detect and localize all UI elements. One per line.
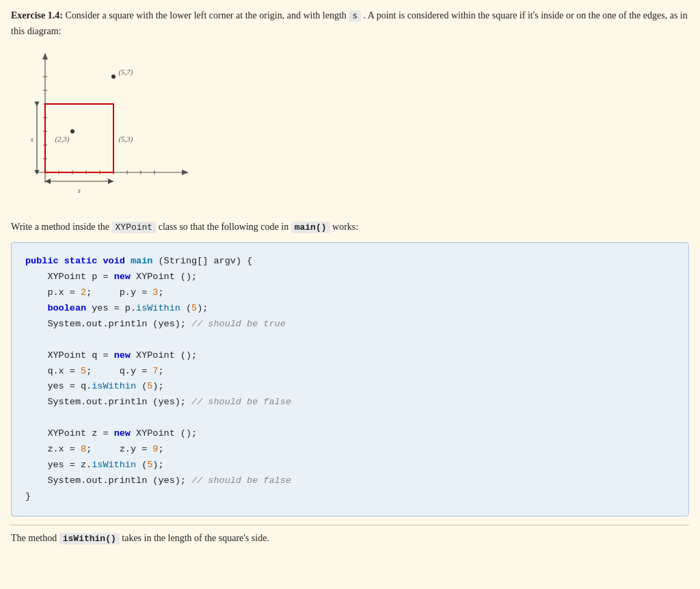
num-7: 7	[152, 366, 158, 376]
code-line-3: boolean yes = p.isWithin (5);	[25, 301, 675, 317]
code-line-8: yes = q.isWithin (5);	[25, 379, 675, 395]
page: Exercise 1.4: Consider a square with the…	[0, 0, 700, 589]
kw-public: public	[25, 256, 59, 266]
code-line-1: XYPoint p = new XYPoint ();	[25, 270, 675, 285]
svg-point-25	[111, 75, 116, 79]
kw-new-2: new	[114, 350, 131, 361]
exercise-desc1: Consider a square with the lower left co…	[65, 10, 346, 21]
write-text2: class so that the following code in	[159, 222, 289, 232]
bottom-text2: takes in the length of the square's side…	[122, 533, 269, 543]
num-8: 8	[81, 444, 86, 454]
kw-void: void	[103, 256, 124, 266]
code-line-15: }	[25, 489, 675, 505]
num-5-1: 5	[191, 303, 197, 313]
diagram-svg: s s (2,3) (5,3) (5,7)	[11, 46, 196, 210]
code-line-7: q.x = 5; q.y = 7;	[25, 364, 675, 380]
code-line-2: p.x = 2; p.y = 3;	[25, 285, 675, 301]
kw-main: main	[131, 256, 152, 266]
point-5-7-label: (5,7)	[118, 68, 133, 77]
xypoint-class-inline: XYPoint	[112, 222, 157, 233]
point-2-3-label: (2,3)	[55, 135, 69, 144]
num-5-3: 5	[147, 381, 152, 391]
code-line-14: System.out.println (yes); // should be f…	[25, 473, 675, 489]
code-line-5	[25, 332, 675, 348]
code-line-10	[25, 410, 675, 426]
code-line-6: XYPoint q = new XYPoint ();	[25, 348, 675, 364]
main-method-inline: main()	[291, 222, 330, 233]
kw-new-3: new	[114, 428, 131, 439]
comment-3: // should be false	[191, 475, 291, 486]
method-isWithin-1: isWithin	[136, 303, 180, 313]
kw-static: static	[64, 256, 98, 266]
num-5-2: 5	[81, 366, 86, 376]
s-variable: s	[349, 10, 361, 22]
bottom-text1: The method	[11, 533, 57, 543]
code-line-11: XYPoint z = new XYPoint ();	[25, 426, 675, 442]
point-5-3-label: (5,3)	[118, 135, 133, 144]
write-method-text: Write a method inside the XYPoint class …	[11, 220, 689, 235]
svg-marker-22	[45, 179, 51, 184]
code-line-12: z.x = 8; z.y = 9;	[25, 442, 675, 458]
svg-marker-1	[42, 53, 48, 60]
svg-marker-3	[182, 170, 189, 175]
write-text3: works:	[332, 222, 358, 232]
s-bottom-label: s	[78, 186, 81, 194]
code-line-9: System.out.println (yes); // should be f…	[25, 395, 675, 410]
svg-marker-23	[108, 179, 113, 184]
code-line-4: System.out.println (yes); // should be t…	[25, 317, 675, 332]
isWithin-method-label: isWithin()	[59, 533, 120, 545]
code-line-0: public static void main (String[] argv) …	[25, 254, 675, 270]
code-line-13: yes = z.isWithin (5);	[25, 458, 675, 473]
diagram-container: s s (2,3) (5,3) (5,7)	[11, 46, 689, 210]
num-2: 2	[81, 287, 86, 298]
svg-point-24	[70, 129, 75, 133]
kw-new-1: new	[114, 272, 131, 282]
write-text1: Write a method inside the	[11, 222, 109, 232]
comment-1: // should be true	[191, 319, 286, 329]
method-isWithin-2: isWithin	[92, 381, 136, 391]
exercise-label: Exercise 1.4:	[11, 10, 63, 21]
num-9: 9	[152, 444, 158, 454]
code-block: public static void main (String[] argv) …	[11, 242, 689, 516]
comment-2: // should be false	[191, 397, 291, 407]
s-left-label: s	[31, 135, 33, 143]
num-3: 3	[152, 287, 158, 298]
num-5-4: 5	[147, 460, 152, 470]
bottom-text: The method isWithin() takes in the lengt…	[11, 525, 689, 547]
method-isWithin-3: isWithin	[92, 460, 136, 470]
exercise-header: Exercise 1.4: Consider a square with the…	[11, 8, 689, 39]
kw-boolean-1: boolean	[47, 303, 86, 313]
